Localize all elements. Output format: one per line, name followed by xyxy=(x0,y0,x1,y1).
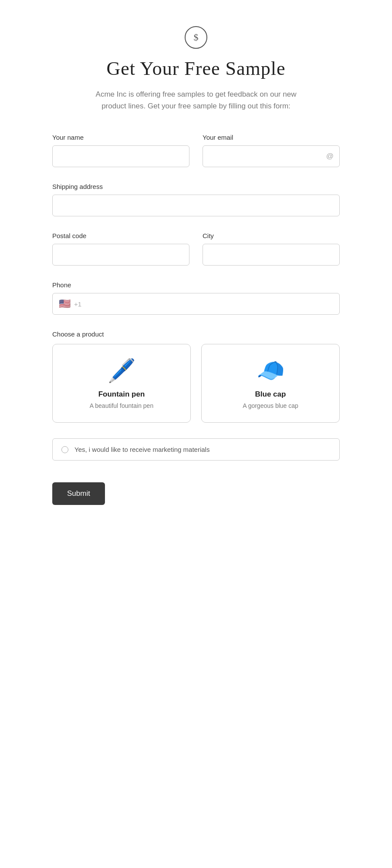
address-group: Shipping address xyxy=(52,183,340,216)
postal-label: Postal code xyxy=(52,232,189,239)
marketing-row: Yes, i would like to receive marketing m… xyxy=(52,438,340,461)
product-label: Choose a product xyxy=(52,330,340,338)
name-input[interactable] xyxy=(52,145,189,167)
address-label: Shipping address xyxy=(52,183,340,190)
marketing-option[interactable]: Yes, i would like to receive marketing m… xyxy=(52,438,340,461)
email-wrapper: @ xyxy=(203,145,340,167)
coin-icon: $ xyxy=(185,26,207,49)
postal-input[interactable] xyxy=(52,244,189,266)
city-label: City xyxy=(203,232,340,239)
marketing-label: Yes, i would like to receive marketing m… xyxy=(74,446,210,453)
postal-city-row: Postal code City xyxy=(52,232,340,266)
name-group: Your name xyxy=(52,134,189,167)
email-input[interactable] xyxy=(203,145,340,167)
postal-group: Postal code xyxy=(52,232,189,266)
submit-button[interactable]: Submit xyxy=(52,482,105,505)
fountain-pen-name: Fountain pen xyxy=(61,390,182,399)
product-card-blue-cap[interactable]: 🧢 Blue cap A gorgeous blue cap xyxy=(201,344,340,423)
address-input[interactable] xyxy=(52,195,340,216)
phone-label: Phone xyxy=(52,281,340,289)
city-input[interactable] xyxy=(203,244,340,266)
city-group: City xyxy=(203,232,340,266)
phone-flag-icon: 🇺🇸 xyxy=(59,298,71,310)
name-label: Your name xyxy=(52,134,189,141)
page-title: Get Your Free Sample xyxy=(52,57,340,80)
phone-code: +1 xyxy=(74,300,81,308)
page-header: $ Get Your Free Sample Acme Inc is offer… xyxy=(52,26,340,112)
marketing-radio[interactable] xyxy=(61,446,68,453)
blue-cap-desc: A gorgeous blue cap xyxy=(210,402,331,409)
blue-cap-icon: 🧢 xyxy=(210,357,331,384)
name-email-row: Your name Your email @ xyxy=(52,134,340,167)
phone-group: Phone 🇺🇸 +1 xyxy=(52,281,340,315)
product-grid: 🖊️ Fountain pen A beautiful fountain pen… xyxy=(52,344,340,423)
product-card-fountain-pen[interactable]: 🖊️ Fountain pen A beautiful fountain pen xyxy=(52,344,191,423)
product-section: Choose a product 🖊️ Fountain pen A beaut… xyxy=(52,330,340,423)
fountain-pen-icon: 🖊️ xyxy=(61,357,182,384)
email-group: Your email @ xyxy=(203,134,340,167)
phone-wrapper[interactable]: 🇺🇸 +1 xyxy=(52,293,340,315)
page-subtitle: Acme Inc is offering free samples to get… xyxy=(87,88,305,112)
blue-cap-name: Blue cap xyxy=(210,390,331,399)
email-label: Your email xyxy=(203,134,340,141)
form-section: Your name Your email @ Shipping address … xyxy=(52,134,340,505)
phone-row: Phone 🇺🇸 +1 xyxy=(52,281,340,315)
fountain-pen-desc: A beautiful fountain pen xyxy=(61,402,182,409)
at-icon: @ xyxy=(326,152,334,161)
address-row: Shipping address xyxy=(52,183,340,216)
